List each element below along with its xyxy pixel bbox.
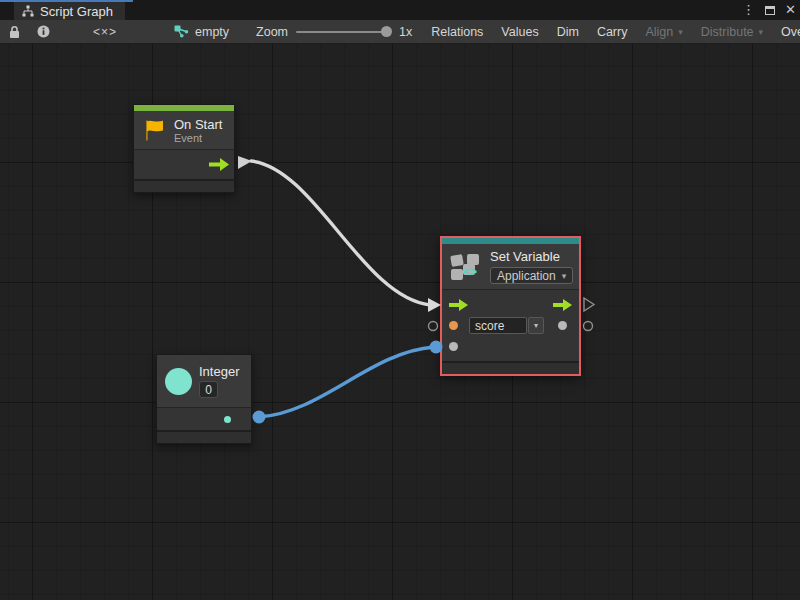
chevron-down-icon: ▾ [759,27,764,37]
chevron-down-icon: ▾ [562,271,567,281]
script-graph-window: Script Graph ⋮ ✕ <×> [0,0,800,600]
name-input-port[interactable] [449,321,458,330]
node-header[interactable]: Integer 0 [157,355,251,407]
node-ports: score ▾ [442,290,579,361]
chevron-down-icon: ▾ [534,321,538,330]
node-header[interactable]: <> Set Variable Application ▾ [442,244,579,289]
flag-icon [142,118,167,143]
integer-type-icon [165,368,192,395]
lock-icon [8,25,21,39]
variable-name-input[interactable]: score [469,317,527,334]
value-output-port[interactable] [558,321,567,330]
tab-script-graph[interactable]: Script Graph [14,2,125,20]
graph-canvas[interactable] [0,44,800,600]
integer-output-port[interactable] [224,416,231,423]
zoom-control: Zoom 1x [238,20,422,43]
flow-output-port[interactable] [209,158,229,171]
name-port-row: score ▾ [442,315,579,336]
value-port-row [442,336,579,357]
node-footer [134,181,234,192]
node-subtitle: Event [174,132,222,144]
node-set-variable[interactable]: <> Set Variable Application ▾ [440,236,581,376]
node-header[interactable]: On Start Event [134,111,234,149]
node-ports [134,150,234,179]
carry-button[interactable]: Carry [588,20,637,43]
graph-breadcrumb-label: empty [195,25,229,39]
variable-name-dropdown[interactable]: ▾ [528,317,544,334]
code-view-button[interactable]: <×> [58,20,152,43]
node-title: On Start [174,117,222,132]
zoom-value: 1x [399,25,412,39]
window-menu-icon[interactable]: ⋮ [742,0,755,20]
close-icon[interactable]: ✕ [785,0,796,20]
value-input-port[interactable] [449,342,458,351]
overview-button[interactable]: Overview [772,20,800,43]
align-dropdown-button[interactable]: Align▾ [636,20,691,43]
dim-button[interactable]: Dim [548,20,588,43]
distribute-dropdown-button[interactable]: Distribute▾ [692,20,772,43]
graph-breadcrumb[interactable]: empty [152,20,238,43]
zoom-slider-handle[interactable] [381,26,392,37]
graph-toolbar: <×> empty Zoom 1x Relations Values Dim C… [0,20,800,44]
flow-input-port[interactable] [449,299,468,311]
maximize-icon[interactable] [765,6,775,15]
graph-icon [174,25,189,38]
integer-value-field[interactable]: 0 [199,381,218,398]
node-integer[interactable]: Integer 0 [156,354,252,444]
variable-name-field: score ▾ [469,317,544,334]
node-footer [157,432,251,443]
graph-hierarchy-icon [22,5,34,17]
window-controls: ⋮ ✕ [742,0,796,20]
set-variable-icon: <> [450,252,483,282]
zoom-slider[interactable] [296,31,391,33]
info-icon [37,25,50,38]
chevron-down-icon: ▾ [678,27,683,37]
tab-title: Script Graph [40,4,113,19]
flow-output-port[interactable] [553,299,572,311]
values-button[interactable]: Values [492,20,547,43]
node-footer [442,363,579,374]
lock-button[interactable] [0,20,29,43]
node-title: Integer [199,364,239,379]
flow-port-row [442,294,579,315]
info-button[interactable] [29,20,58,43]
node-on-start[interactable]: On Start Event [133,104,235,193]
code-icon: <×> [67,25,143,39]
relations-button[interactable]: Relations [422,20,492,43]
titlebar: Script Graph ⋮ ✕ [0,0,800,20]
node-ports [157,408,251,430]
variable-scope-dropdown[interactable]: Application ▾ [490,267,573,284]
zoom-label: Zoom [256,25,288,39]
node-title: Set Variable [490,249,573,264]
